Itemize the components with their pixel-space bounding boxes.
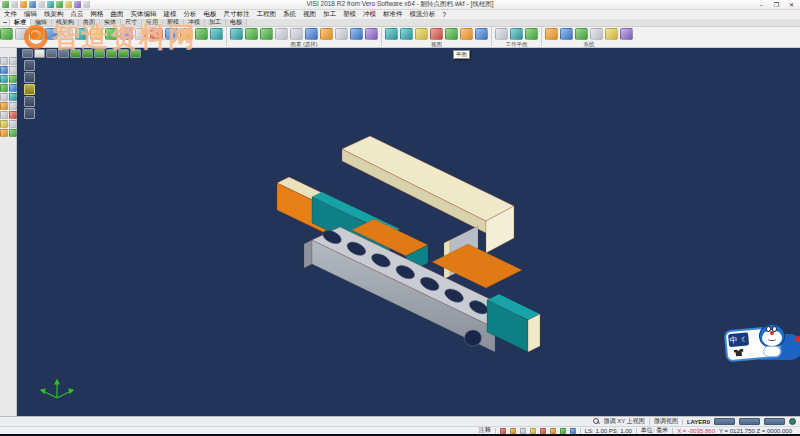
- tab-wireframe[interactable]: 线架构: [52, 19, 79, 26]
- toolbar-icon[interactable]: [9, 102, 17, 110]
- toolbar-icon[interactable]: [195, 28, 208, 40]
- tab-electrode[interactable]: 电极: [226, 19, 247, 26]
- toolbar-icon[interactable]: [135, 28, 148, 40]
- status-button[interactable]: [739, 418, 760, 425]
- tab-die[interactable]: 冲模: [184, 19, 205, 26]
- ime-widget[interactable]: 中 ☾: [725, 324, 800, 374]
- menu-help[interactable]: ?: [443, 11, 447, 18]
- toolbar-icon[interactable]: [105, 28, 118, 40]
- toolbar-icon[interactable]: [0, 66, 8, 74]
- tab-edit[interactable]: 编辑: [31, 19, 52, 26]
- menu-mould[interactable]: 塑模: [343, 10, 356, 19]
- toolbar-icon[interactable]: [305, 28, 318, 40]
- open-file-icon[interactable]: [11, 1, 18, 8]
- toolbar-icon[interactable]: [210, 28, 223, 40]
- toolbar-icon[interactable]: [75, 28, 88, 40]
- toolbar-icon[interactable]: [445, 28, 458, 40]
- toolbar-icon[interactable]: [180, 28, 193, 40]
- redo-icon[interactable]: [65, 1, 72, 8]
- viewport-icon[interactable]: [46, 49, 57, 58]
- toolbar-icon[interactable]: [495, 28, 508, 40]
- status-icon[interactable]: [510, 428, 516, 434]
- toolbar-icon[interactable]: [400, 28, 413, 40]
- layer-icon[interactable]: [94, 49, 105, 58]
- view-button[interactable]: [24, 96, 35, 107]
- toolbar-icon[interactable]: [9, 111, 17, 119]
- toolbar-icon[interactable]: [525, 28, 538, 40]
- layer-status[interactable]: LAYER0: [687, 419, 710, 425]
- toolbar-icon[interactable]: [245, 28, 258, 40]
- toolbar-icon[interactable]: [9, 57, 17, 65]
- menu-drawing[interactable]: 工程图: [257, 10, 277, 19]
- toolbar-icon[interactable]: [165, 28, 178, 40]
- save-icon[interactable]: [20, 1, 27, 8]
- toolbar-icon[interactable]: [9, 93, 17, 101]
- toolbar-icon[interactable]: [0, 120, 8, 128]
- status-icon[interactable]: [520, 428, 526, 434]
- toolbar-icon[interactable]: [275, 28, 288, 40]
- close-button[interactable]: ✕: [784, 0, 799, 10]
- paste-icon[interactable]: [47, 1, 54, 8]
- toolbar-icon[interactable]: [120, 28, 133, 40]
- layer-icon[interactable]: [118, 49, 129, 58]
- print-icon[interactable]: [29, 1, 36, 8]
- view-button[interactable]: [24, 108, 35, 119]
- status-icon[interactable]: [550, 428, 556, 434]
- toolbar-icon[interactable]: [350, 28, 363, 40]
- help-icon[interactable]: [83, 1, 90, 8]
- toolbar-icon[interactable]: [230, 28, 243, 40]
- tab-application[interactable]: 应用: [142, 19, 163, 26]
- toolbar-icon[interactable]: [0, 84, 8, 92]
- toolbar-icon[interactable]: [290, 28, 303, 40]
- copy-icon[interactable]: [38, 1, 45, 8]
- status-button[interactable]: [714, 418, 735, 425]
- tab-surface[interactable]: 曲面: [79, 19, 100, 26]
- menu-flow-analysis[interactable]: 模流分析: [410, 10, 436, 19]
- toolbar-icon[interactable]: [150, 28, 163, 40]
- toolbar-icon[interactable]: [0, 111, 8, 119]
- toolbar-icon[interactable]: [0, 75, 8, 83]
- status-icon[interactable]: [560, 428, 566, 434]
- view-button[interactable]: [24, 60, 35, 71]
- toolbar-icon[interactable]: [0, 102, 8, 110]
- toolbar-icon[interactable]: [0, 57, 8, 65]
- view-button-active[interactable]: [24, 84, 35, 95]
- undo-icon[interactable]: [56, 1, 63, 8]
- toolbar-handle-icon[interactable]: [0, 19, 10, 26]
- model-viewport[interactable]: 平面 中 ☾: [17, 48, 800, 416]
- toolbar-icon[interactable]: [9, 84, 17, 92]
- toolbar-icon[interactable]: [45, 28, 58, 40]
- model-canvas[interactable]: [17, 48, 800, 416]
- tab-machining[interactable]: 加工: [205, 19, 226, 26]
- toolbar-icon[interactable]: [0, 129, 8, 137]
- toolbar-icon[interactable]: [590, 28, 603, 40]
- status-icon[interactable]: [540, 428, 546, 434]
- tab-dimension[interactable]: 尺寸: [121, 19, 142, 26]
- menu-standard-parts[interactable]: 标准件: [383, 10, 403, 19]
- maximize-button[interactable]: ❐: [769, 0, 784, 10]
- globe-icon[interactable]: [789, 418, 796, 425]
- layer-icon[interactable]: [70, 49, 81, 58]
- tab-standard[interactable]: 标准: [10, 19, 31, 26]
- toolbar-icon[interactable]: [545, 28, 558, 40]
- menu-system[interactable]: 系统: [283, 10, 296, 19]
- toolbar-icon[interactable]: [385, 28, 398, 40]
- toolbar-icon[interactable]: [9, 120, 17, 128]
- toolbar-icon[interactable]: [620, 28, 633, 40]
- toolbar-icon[interactable]: [510, 28, 523, 40]
- toolbar-icon[interactable]: [9, 129, 17, 137]
- status-icon[interactable]: [570, 428, 576, 434]
- layer-icon[interactable]: [82, 49, 93, 58]
- workplane-status[interactable]: 微调 XY 上视图: [604, 417, 645, 426]
- viewport-icon[interactable]: [58, 49, 69, 58]
- minimize-button[interactable]: –: [754, 0, 769, 10]
- toolbar-icon[interactable]: [0, 93, 8, 101]
- menu-machining[interactable]: 加工: [323, 10, 336, 19]
- toolbar-icon[interactable]: [9, 66, 17, 74]
- new-file-icon[interactable]: [2, 1, 9, 8]
- toolbar-icon[interactable]: [575, 28, 588, 40]
- settings-icon[interactable]: [74, 1, 81, 8]
- menu-view[interactable]: 视图: [303, 10, 316, 19]
- clothes-icon[interactable]: [733, 349, 744, 357]
- toolbar-icon[interactable]: [90, 28, 103, 40]
